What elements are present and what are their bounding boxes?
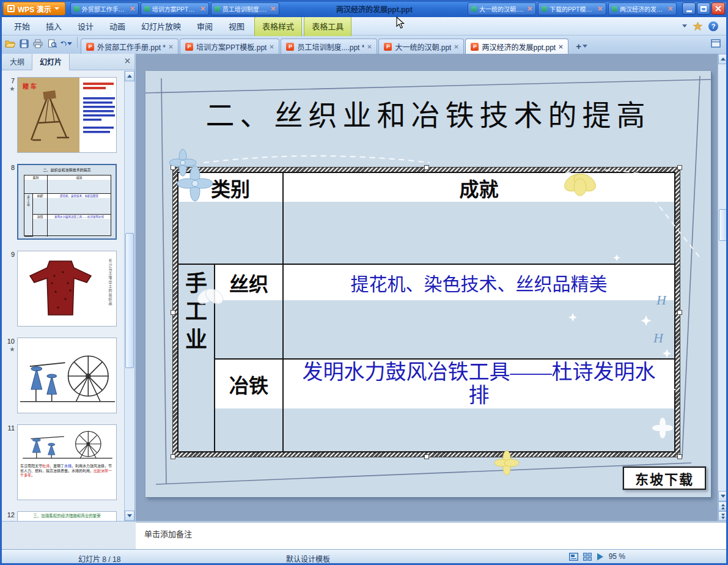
minimize-button[interactable] <box>682 2 696 15</box>
selection-handle[interactable] <box>677 310 682 315</box>
document-icon <box>215 6 220 12</box>
window-layout-icon <box>711 39 721 48</box>
table-cell-iron-achievement[interactable]: 发明水力鼓风冶铁工具——杜诗发明水排 <box>283 359 675 452</box>
selection-handle[interactable] <box>677 454 682 459</box>
close-icon[interactable] <box>528 6 532 11</box>
scrollbar-thumb[interactable] <box>719 209 727 241</box>
table-cell-silk-achievement[interactable]: 提花机、染色技术、丝织品精美 <box>283 264 675 359</box>
open-file-button[interactable] <box>4 37 16 50</box>
tab-layout-button[interactable] <box>711 39 724 54</box>
titlebar-tab-5[interactable]: 下载的PPT模板.ppt <box>538 2 606 15</box>
new-document-tab-button[interactable]: + <box>572 39 592 53</box>
selection-handle[interactable] <box>171 310 175 315</box>
tab-slideshow[interactable]: 幻灯片放映 <box>133 17 189 35</box>
maximize-button[interactable] <box>697 2 710 15</box>
close-icon[interactable] <box>598 6 603 11</box>
selection-handle[interactable] <box>424 165 429 170</box>
selection-handle[interactable] <box>171 165 175 170</box>
document-tab-4[interactable]: P 大一统的汉朝.ppt <box>378 39 464 54</box>
close-icon[interactable] <box>200 6 205 11</box>
main-scrollbar[interactable] <box>718 54 728 521</box>
tab-slides[interactable]: 幻灯片 <box>32 53 70 70</box>
close-icon[interactable] <box>367 45 372 49</box>
close-icon[interactable] <box>169 45 173 49</box>
close-icon[interactable] <box>130 6 135 11</box>
titlebar-tab-1[interactable]: 外贸部工作手册.ppt <box>70 2 139 15</box>
table-cell-header-category[interactable]: 类别 <box>178 172 283 264</box>
slide-title[interactable]: 二、丝织业和冶铁技术的提高 <box>145 92 711 134</box>
close-button[interactable] <box>711 2 725 15</box>
tab-table-style[interactable]: 表格样式 <box>254 16 302 36</box>
slide-number: 8 <box>11 164 15 171</box>
close-icon[interactable] <box>559 45 563 49</box>
scrollbar-thumb[interactable] <box>125 233 134 368</box>
selection-handle[interactable] <box>677 165 682 170</box>
close-icon[interactable] <box>454 45 458 49</box>
star-icon[interactable] <box>693 22 702 31</box>
document-tab-3[interactable]: P 员工培训制度....ppt * <box>281 39 377 54</box>
arrow-up-icon <box>721 57 726 61</box>
tab-review[interactable]: 审阅 <box>189 17 221 35</box>
slide-thumbnail-9[interactable]: 长沙马王堆出土的丝织品 <box>17 251 117 327</box>
table-selection-frame[interactable]: 类别 成就 手工业 丝织 <box>172 167 680 457</box>
selection-handle[interactable] <box>424 454 429 459</box>
quick-access-toolbar <box>4 35 81 54</box>
zoom-level[interactable]: 95 % <box>609 552 625 561</box>
print-preview-button[interactable] <box>46 37 58 50</box>
scroll-up-button[interactable] <box>125 71 134 81</box>
slide-thumbnail-11[interactable]: 东汉南阳太守杜诗，发明了水排。利用水力鼓风冶铁，节省人力、燃料，提高冶铁质量。水… <box>17 424 117 500</box>
close-icon[interactable] <box>668 6 673 11</box>
table-cell-iron-label[interactable]: 冶铁 <box>215 359 283 452</box>
transition-star-icon <box>10 86 15 91</box>
titlebar-tab-6[interactable]: 两汉经济的发展ppt.ppt <box>608 2 677 15</box>
tab-table-tools[interactable]: 表格工具 <box>304 16 351 36</box>
print-button[interactable] <box>32 37 44 50</box>
slideshow-button[interactable] <box>597 553 604 561</box>
table-cell-handicraft-group[interactable]: 手工业 <box>178 264 215 452</box>
table-cell-header-achievement[interactable]: 成就 <box>283 172 675 264</box>
tab-insert[interactable]: 插入 <box>38 17 70 35</box>
scroll-down-button[interactable] <box>125 511 134 521</box>
notes-placeholder[interactable]: 单击添加备注 <box>136 523 728 544</box>
thumb11-text: 东汉南阳太守杜诗，发明了水排。利用水力鼓风冶铁，节省人力、燃料，提高冶铁质量。水… <box>18 464 116 478</box>
normal-view-button[interactable] <box>569 553 578 561</box>
save-button[interactable] <box>18 37 30 50</box>
wps-app-menu-button[interactable]: WPS 演示 <box>3 2 65 15</box>
tab-animation[interactable]: 动画 <box>101 17 133 35</box>
tab-design[interactable]: 设计 <box>70 17 101 35</box>
notes-pane[interactable]: 单击添加备注 <box>136 521 728 549</box>
watermark-badge[interactable]: 东坡下载 <box>623 467 706 490</box>
slide-thumbnail-7[interactable]: 耧 车 <box>17 77 117 153</box>
close-icon[interactable] <box>271 6 276 11</box>
undo-button[interactable] <box>60 37 72 50</box>
collapse-ribbon-icon[interactable] <box>682 24 687 28</box>
next-slide-button[interactable] <box>718 511 728 521</box>
tab-view[interactable]: 视图 <box>221 17 252 35</box>
document-tab-1[interactable]: P 外贸部工作手册.ppt * <box>81 39 178 54</box>
titlebar-tab-4[interactable]: 大一统的汉朝.ppt <box>468 2 536 15</box>
scroll-up-button[interactable] <box>718 54 728 64</box>
tab-home[interactable]: 开始 <box>6 17 38 35</box>
previous-slide-button[interactable] <box>718 501 728 511</box>
slide-canvas[interactable]: 二、丝织业和冶铁技术的提高 类别 成就 <box>145 71 711 497</box>
document-tab-active[interactable]: P 两汉经济的发展ppt.ppt <box>465 39 568 54</box>
slide-thumbnail-8-current[interactable]: 二、丝织业和冶铁技术的提高 类别 成就 手工业 丝织 提花机、染色技术、丝织品精… <box>17 164 117 240</box>
scrollbar-track[interactable] <box>718 64 728 491</box>
help-button[interactable]: ? <box>708 21 718 31</box>
table-cell-silk-label[interactable]: 丝织 <box>215 264 283 359</box>
slide-sorter-view-button[interactable] <box>583 553 592 561</box>
titlebar-tab-2[interactable]: 培训方案PPT模板.ppt <box>141 2 209 15</box>
tab-outline[interactable]: 大纲 <box>2 53 32 70</box>
selection-handle[interactable] <box>171 454 175 459</box>
scroll-down-button[interactable] <box>718 491 728 501</box>
ppt-file-icon: P <box>286 43 294 51</box>
slide-table: 类别 成就 手工业 丝织 <box>177 172 675 452</box>
titlebar-tab-3[interactable]: 员工培训制度.ppt <box>211 2 279 15</box>
slide-thumbnail-12[interactable]: 三、加强集权的经济措施和商业的繁荣 <box>17 511 117 521</box>
panel-scrollbar[interactable] <box>124 71 134 521</box>
close-icon[interactable] <box>270 45 274 49</box>
close-panel-icon[interactable] <box>125 58 130 64</box>
slide-thumbnail-10[interactable] <box>17 338 117 413</box>
design-template-name[interactable]: 默认设计模板 <box>286 553 330 564</box>
document-tab-2[interactable]: P 培训方案PPT模板.ppt <box>180 39 279 54</box>
